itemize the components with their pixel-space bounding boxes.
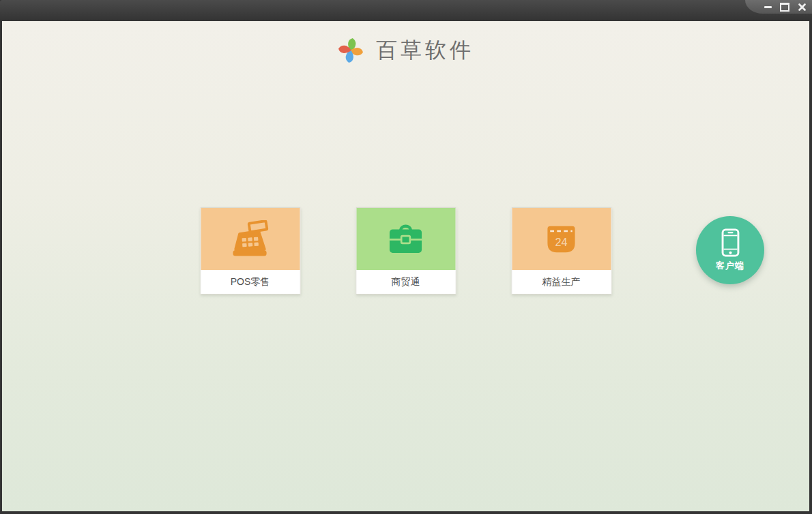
calendar-day-text: 24 [555,235,567,247]
product-label-pos: POS零售 [201,270,300,294]
smartphone-icon [721,228,740,257]
briefcase-icon [386,222,426,256]
minimize-button[interactable] [762,1,773,12]
product-tile-lean: 24 [512,208,611,270]
main-content: 百草软件 [2,21,809,511]
product-card-pos[interactable]: POS零售 [200,207,300,294]
titlebar[interactable] [0,0,812,21]
window-controls [745,0,812,14]
product-label-trade: 商贸通 [356,270,455,294]
product-tile-trade [356,208,455,270]
client-button[interactable]: 客户端 [696,216,764,284]
app-title: 百草软件 [376,36,474,65]
product-cards: POS零售 商贸通 24 精益生 [200,207,611,294]
maximize-icon [780,3,789,12]
minimize-icon [764,6,772,8]
close-button[interactable] [796,1,807,12]
close-icon [798,3,806,11]
product-label-lean: 精益生产 [512,270,611,294]
product-card-trade[interactable]: 商贸通 [356,207,456,294]
brand: 百草软件 [2,36,809,65]
calendar-icon: 24 [546,224,577,254]
product-tile-pos [201,208,300,270]
client-button-label: 客户端 [716,260,744,272]
maximize-button[interactable] [779,1,790,12]
cash-register-icon [229,220,272,258]
product-card-lean[interactable]: 24 精益生产 [511,207,611,294]
pinwheel-logo-icon [337,37,364,64]
